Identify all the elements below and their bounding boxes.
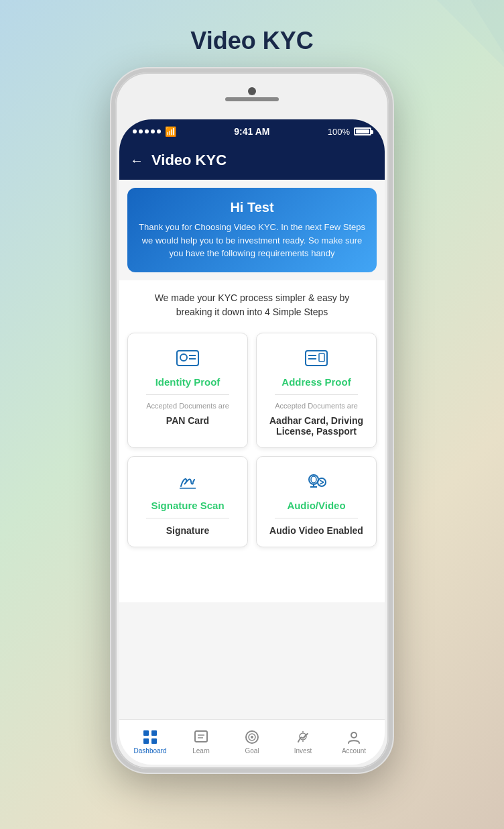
battery-bar [354,127,371,135]
address-proof-card[interactable]: Address Proof Accepted Documents are Aad… [256,333,377,448]
signature-scan-title: Signature Scan [151,500,224,511]
goal-icon [245,730,259,744]
signature-divider [146,518,229,518]
cards-grid: Identity Proof Accepted Documents are PA… [119,330,385,555]
signal-dot-5 [157,129,161,133]
signature-document: Signature [166,525,210,536]
identity-document: PAN Card [166,415,209,426]
nav-account[interactable]: Account [328,730,379,755]
learn-label: Learn [192,747,210,755]
svg-line-15 [320,480,324,482]
wifi-icon: 📶 [165,126,176,137]
dashboard-label: Dashboard [134,747,167,755]
battery-fill [356,129,369,133]
svg-rect-17 [143,730,149,736]
svg-rect-19 [143,738,149,744]
learn-icon [194,730,208,744]
audio-video-card[interactable]: Audio/Video Audio Video Enabled [256,456,377,547]
front-camera [248,87,256,95]
svg-rect-20 [151,738,157,744]
identity-proof-card[interactable]: Identity Proof Accepted Documents are PA… [127,333,248,448]
nav-invest[interactable]: Invest [277,730,328,755]
nav-dashboard[interactable]: Dashboard [125,730,176,755]
address-subtitle: Accepted Documents are [275,402,358,410]
signature-scan-icon [174,467,201,494]
svg-rect-9 [319,353,324,362]
svg-point-26 [251,736,253,738]
svg-point-14 [318,478,326,486]
address-document: Aadhar Card, Driving License, Passport [265,415,368,437]
svg-point-3 [180,354,187,361]
screen-content: We made your KYC process simpler & easy … [119,280,385,602]
volume-up-button [111,193,114,220]
battery-percent: 100% [328,127,350,137]
greeting-card: Hi Test Thank you for Choosing Video KYC… [127,188,377,272]
dashboard-icon [143,730,158,744]
address-proof-title: Address Proof [281,376,351,388]
identity-subtitle: Accepted Documents are [146,402,229,410]
audio-video-title: Audio/Video [287,500,345,511]
greeting-name: Hi Test [138,200,366,215]
signal-dot-2 [139,129,143,133]
steps-description: We made your KYC process simpler & easy … [119,280,385,330]
volume-down-button [111,227,114,254]
invest-label: Invest [294,747,312,755]
goal-label: Goal [245,747,259,755]
invest-icon [296,730,310,744]
nav-goal[interactable]: Goal [227,730,277,755]
identity-proof-icon [174,344,201,371]
signal-area: 📶 [133,126,176,137]
bottom-nav: Dashboard Learn Goal [119,719,385,765]
address-proof-icon [303,344,330,371]
svg-rect-18 [151,730,157,736]
signature-scan-card[interactable]: Signature Scan Signature [127,456,248,547]
svg-rect-21 [195,731,207,742]
greeting-text: Thank you for Choosing Video KYC. In the… [138,221,366,260]
account-label: Account [342,747,366,755]
svg-line-16 [320,482,324,484]
audio-video-document: Audio Video Enabled [269,525,363,536]
power-button [390,207,393,247]
nav-learn[interactable]: Learn [176,730,227,755]
phone-frame: 📶 9:41 AM 100% ← Video KYC Hi Test Thank… [111,68,393,773]
phone-screen: 📶 9:41 AM 100% ← Video KYC Hi Test Thank… [119,119,385,765]
page-title: Video KYC [190,27,313,55]
audio-video-divider [275,518,357,518]
signal-dot-1 [133,129,137,133]
status-time: 9:41 AM [234,126,269,137]
status-battery: 100% [328,127,371,137]
identity-divider [146,394,229,395]
signal-dots [133,129,161,133]
svg-point-30 [351,732,357,738]
app-header: ← Video KYC [119,144,385,180]
signal-dot-3 [145,129,149,133]
address-divider [275,394,357,395]
phone-top [115,72,389,126]
identity-proof-title: Identity Proof [155,376,220,388]
account-icon [346,730,361,744]
signal-dot-4 [151,129,155,133]
back-button[interactable]: ← [130,153,143,168]
header-title: Video KYC [151,152,227,169]
phone-speaker [225,97,279,101]
audio-video-icon [303,467,330,494]
